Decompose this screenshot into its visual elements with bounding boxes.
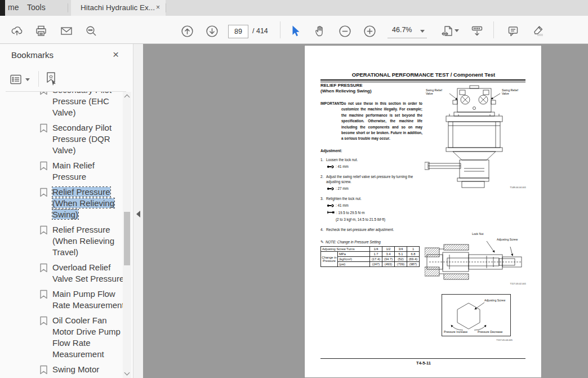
bookmark-item[interactable]: Oil Cooler Fan Motor Drive Pump Flow Rat… (39, 315, 123, 360)
tab-document[interactable]: Hitachi Hydraulic Ex... × (71, 0, 166, 16)
zoom-in-button[interactable] (362, 23, 377, 39)
search-icon (84, 24, 98, 38)
important-note: IMPORTANT: Do not use these in this sect… (320, 101, 422, 142)
scroll-down-icon[interactable] (124, 370, 130, 376)
bookmarks-close-icon[interactable]: × (113, 49, 119, 60)
figure-label: Pressure Increase (444, 330, 473, 333)
adjustment-step: 3. Retighten the lock nut. : 41 mm : 19.… (320, 196, 422, 223)
figure-label: Lock Nut (472, 232, 497, 235)
bookmark-item[interactable]: Secondary Pilot Pressure (DQR Valve) (39, 122, 123, 156)
section-title: RELIEF PRESSURE (320, 83, 422, 88)
figure-relief-valve: Lock Nut Adjusting Screw T117-03-02-001 (425, 232, 526, 285)
bookmark-item[interactable]: Main Relief Pressure (39, 160, 123, 183)
chevron-down-icon (420, 30, 425, 33)
share-upload-button[interactable] (9, 23, 25, 39)
figure-label: Pressure Decrease (478, 330, 509, 333)
figure-code: T117-03-02-001 (510, 282, 526, 285)
fit-width-icon (440, 24, 454, 38)
select-cursor-icon (288, 24, 302, 38)
zoom-level-dropdown[interactable]: 46.7% (387, 24, 427, 38)
chevron-down-icon (455, 29, 459, 32)
expand-current-bookmark-button[interactable] (43, 70, 60, 87)
hand-tool-button[interactable] (312, 23, 328, 39)
figure-swing-motor: Swing Relief Valve Swing Relief Valve T1… (425, 85, 526, 189)
note-pen-icon: ✎ (320, 240, 324, 244)
page-footer: T4-5-11 (305, 361, 542, 366)
figure-code: T157-05-04-005 (496, 339, 513, 341)
email-button[interactable] (59, 23, 74, 39)
document-canvas[interactable]: OPERATIONAL PERFORMANCE TEST / Component… (143, 44, 588, 378)
figure-code: T148-04-04-001 (510, 186, 526, 189)
bookmark-target-icon (43, 70, 59, 86)
bookmark-item[interactable]: Swing Motor (39, 364, 123, 375)
bookmark-item[interactable]: Overload Relief Valve Set Pressure (39, 262, 123, 284)
next-page-button[interactable] (204, 23, 220, 39)
options-list-icon (9, 73, 23, 86)
hide-toolbar-button[interactable] (469, 23, 485, 39)
figure-label: Adjusting Screw (497, 238, 525, 241)
tab-close-icon[interactable]: × (156, 3, 160, 11)
bookmark-icon (39, 225, 48, 235)
tab-tools[interactable]: Tools (27, 3, 46, 12)
header-rule (320, 79, 525, 82)
search-button[interactable] (83, 23, 99, 39)
page-up-icon (180, 24, 194, 38)
important-text: Do not use these in this section in orde… (341, 101, 422, 140)
panel-divider[interactable] (133, 44, 143, 378)
previous-page-button[interactable] (179, 23, 195, 39)
bookmark-icon (39, 290, 48, 299)
bookmarks-list: Secondary Pilot Pressure (EHC Valve) Sec… (0, 92, 123, 378)
zoom-out-icon (338, 24, 352, 38)
bookmarks-panel: Bookmarks × (0, 44, 133, 378)
adjustment-step: 1. Loosen the lock nut. : 41 mm (320, 157, 422, 170)
hand-icon (313, 24, 327, 38)
swing-motor-diagram (425, 85, 526, 189)
bookmark-icon (39, 316, 48, 326)
main-toolbar: 89 / 414 46.7% (0, 16, 588, 44)
adjustment-step: 4. Recheck the set-pressure after adjust… (320, 227, 422, 232)
comment-button[interactable] (505, 23, 521, 39)
print-icon (34, 24, 48, 38)
important-label: IMPORTANT: (320, 101, 342, 106)
figure-label: Swing Relief Valve (426, 88, 448, 95)
bookmarks-toolbar-separator (38, 71, 39, 87)
chevron-down-icon (25, 78, 30, 81)
tab-home[interactable]: me (8, 3, 19, 12)
zoom-level-value: 46.7% (392, 26, 412, 34)
footer-rule (320, 358, 525, 359)
acrobat-window: me Tools Hitachi Hydraulic Ex... × (0, 0, 588, 378)
figure-label: Adjusting Screw (484, 299, 510, 302)
bookmarks-options-button[interactable] (9, 72, 34, 87)
page-down-icon (205, 24, 219, 38)
tab-separator (166, 3, 166, 12)
highlight-button[interactable] (530, 23, 546, 39)
table-group-label: Change in Pressure (321, 251, 338, 266)
text-column: RELIEF PRESSURE (When Relieving Swing) I… (320, 83, 422, 267)
page-number-input[interactable]: 89 (228, 25, 248, 38)
highlighter-icon (531, 24, 545, 38)
select-tool-button[interactable] (287, 23, 303, 39)
print-button[interactable] (33, 23, 49, 39)
comment-icon (506, 24, 520, 38)
bookmark-item[interactable]: Main Pump Flow Rate Measurement (39, 288, 123, 311)
wrench-icon (327, 165, 334, 168)
torque-wrench-icon (327, 211, 335, 214)
zoom-out-button[interactable] (337, 23, 353, 39)
bookmark-item[interactable]: Secondary Pilot Pressure (EHC Valve) (39, 92, 123, 118)
bookmark-icon (39, 188, 48, 197)
scrollbar-thumb[interactable] (124, 212, 130, 265)
page-total-label: / 414 (252, 27, 268, 35)
bookmarks-scrollbar[interactable] (123, 92, 131, 378)
wrench-spec: : 27 mm (327, 186, 422, 191)
bookmark-item-selected[interactable]: Relief Pressure (When Relieving Swing) (39, 186, 123, 220)
scroll-up-icon[interactable] (124, 95, 130, 100)
bookmark-icon (39, 161, 48, 171)
bookmark-item[interactable]: Relief Pressure (When Relieving Travel) (39, 224, 123, 258)
tab-separator (68, 3, 68, 12)
figure-label: Swing Relief Valve (502, 88, 524, 95)
tab-bar: me Tools Hitachi Hydraulic Ex... × (0, 0, 588, 16)
toolbar-separator (280, 21, 280, 38)
collapse-panel-icon[interactable] (136, 211, 140, 217)
figure-adjusting-screw: Adjusting Screw Pressure Increase Pressu… (442, 294, 513, 341)
fit-width-button[interactable] (439, 23, 455, 39)
